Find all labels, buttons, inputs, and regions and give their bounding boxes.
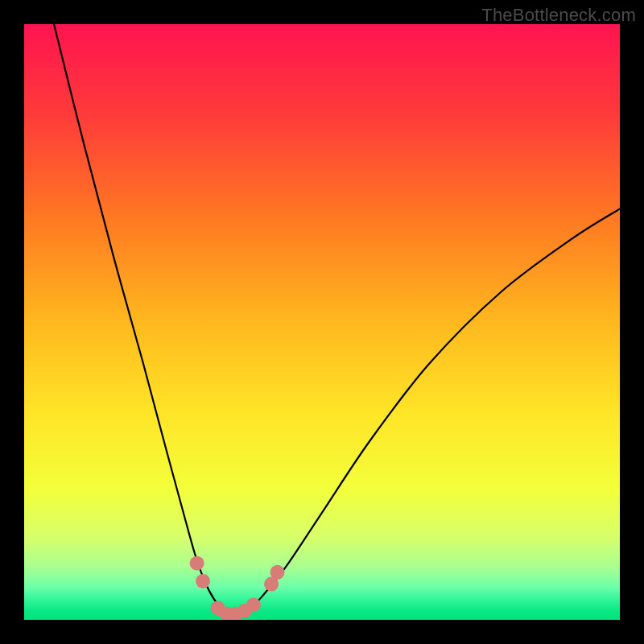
plot-area [24,24,620,620]
curve-marker [196,574,210,588]
curve-marker [246,598,261,613]
curve-markers [190,556,285,620]
bottleneck-curve [54,24,620,615]
chart-frame: TheBottleneck.com [0,0,644,644]
curve-marker [270,565,285,580]
curve-layer [24,24,620,620]
watermark-text: TheBottleneck.com [481,5,636,26]
curve-marker [190,556,204,571]
